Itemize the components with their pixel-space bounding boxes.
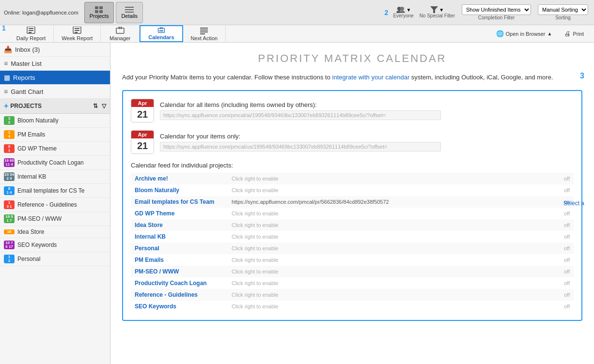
sidebar-project-item[interactable]: 13 1Reference - Guidelines (0, 198, 110, 212)
number1-annotation: 1 (2, 24, 6, 32)
project-badge: 01 (4, 144, 15, 153)
completion-filter-select[interactable]: Show Unfinished Items (462, 4, 531, 15)
next-action-label: Next Action (191, 35, 218, 41)
feed-table-row[interactable]: Productivity Coach LoganClick right to e… (131, 277, 574, 289)
cal-all-label: Calendar for all items (including items … (160, 101, 574, 108)
sidebar-item-reports[interactable]: ▦ Reports (0, 71, 110, 85)
filter-btn[interactable]: ▼ (430, 6, 444, 13)
feed-table-row[interactable]: PM EmailsClick right to enableoff (131, 254, 574, 266)
sidebar-project-item[interactable]: 32Bloom Naturally (0, 114, 110, 128)
sidebar-project-item[interactable]: 18 6011 4Productivity Coach Logan (0, 156, 110, 170)
people-filter-btn[interactable]: ▼ (396, 6, 411, 13)
svg-marker-11 (430, 6, 438, 13)
completion-filter-label: Completion Filter (478, 15, 515, 20)
sidebar-project-item[interactable]: 10 76 17SEO Keywords (0, 238, 110, 252)
svg-rect-29 (200, 28, 208, 29)
feed-table-row[interactable]: Bloom NaturallyClick right to enableoff (131, 184, 574, 196)
manager-icon (116, 27, 125, 34)
feed-project-url[interactable]: Click right to enable (228, 266, 554, 277)
svg-rect-24 (160, 27, 161, 29)
sort-projects-icon[interactable]: ⇅ (93, 103, 98, 109)
people-icon (396, 6, 406, 13)
feed-project-name: Reference - Guidelines (131, 289, 228, 301)
open-in-browser-button[interactable]: 🌐 Open in Browser ▲ (492, 28, 557, 39)
next-action-tab[interactable]: Next Action (183, 25, 226, 42)
sidebar-item-master-list[interactable]: ≡ Master List (0, 57, 110, 71)
cal-all-url[interactable]: https://sync.appfluence.com/pmcal/ai/199… (160, 110, 441, 120)
svg-rect-21 (119, 27, 120, 29)
sidebar-project-item[interactable]: 19 51 7PM-SEO / WWW (0, 212, 110, 226)
daily-report-label: Daily Report (16, 35, 46, 41)
feed-table-row[interactable]: Reference - GuidelinesClick right to ena… (131, 289, 574, 301)
globe-icon: 🌐 (496, 30, 504, 37)
reports-icon: ▦ (4, 74, 10, 81)
inbox-label: Inbox (3) (15, 46, 40, 53)
project-badge: 32 (4, 116, 15, 125)
details-button[interactable]: Details (116, 2, 143, 23)
add-project-button[interactable]: + (4, 102, 8, 110)
sidebar-project-item[interactable]: 12Personal (0, 252, 110, 266)
cal-mine-url[interactable]: https://sync.appfluence.com/pmcal/us/199… (160, 142, 441, 152)
feed-project-url[interactable]: Click right to enable (228, 173, 554, 184)
svg-rect-22 (121, 27, 122, 29)
feed-project-url[interactable]: Click right to enable (228, 254, 554, 266)
list-icon: ≡ (4, 60, 8, 67)
feed-project-url[interactable]: Click right to enable (228, 243, 554, 254)
sidebar-item-inbox[interactable]: 📥 Inbox (3) (0, 43, 110, 57)
feed-project-url[interactable]: Click right to enable (228, 219, 554, 231)
feed-table-row[interactable]: GD WP ThemeClick right to enableoff (131, 208, 574, 219)
master-list-label: Master List (11, 60, 42, 67)
feed-project-url[interactable]: Click right to enable (228, 277, 554, 289)
feed-project-url[interactable]: Click right to enable (228, 208, 554, 219)
daily-report-tab[interactable]: Daily Report (9, 25, 54, 42)
feed-project-name: Idea Store (131, 219, 228, 231)
filter-projects-icon[interactable]: ▽ (102, 103, 106, 109)
project-name: Reference - Guidelines (17, 201, 77, 208)
feed-project-status: off (554, 184, 574, 196)
feed-project-name: Personal (131, 243, 228, 254)
sidebar-project-item[interactable]: 23 342 4Internal KB (0, 170, 110, 184)
cal-mine-icon: Apr 21 (131, 130, 154, 154)
feed-table-row[interactable]: Internal KBClick right to enableoff (131, 231, 574, 243)
feed-project-status: off (554, 173, 574, 184)
cal-month-2: Apr (131, 131, 154, 138)
project-badge: 13 1 (4, 200, 15, 209)
feed-project-url[interactable]: Click right to enable (228, 231, 554, 243)
sidebar-item-gantt-chart[interactable]: ≡ Gantt Chart (0, 85, 110, 99)
desc-suffix: system, including Outlook, iCal, Google,… (411, 74, 553, 81)
feed-project-url[interactable]: Click right to enable (228, 289, 554, 301)
feed-project-status: off (554, 208, 574, 219)
feed-project-url[interactable]: Click right to enable (228, 301, 554, 312)
project-badge: 23 342 4 (4, 172, 15, 181)
feed-table-row[interactable]: PM-SEO / WWWClick right to enableoff (131, 266, 574, 277)
people-filter-group: ▼ Everyone (393, 6, 413, 18)
sidebar-project-item[interactable]: 81 4Email templates for CS Te (0, 184, 110, 198)
calendars-tab[interactable]: Calendars (140, 25, 183, 42)
svg-rect-25 (162, 27, 163, 29)
project-name: Bloom Naturally (17, 117, 59, 124)
week-report-tab[interactable]: Week Report (54, 25, 101, 42)
feed-project-url[interactable]: Click right to enable (228, 184, 554, 196)
project-name: PM-SEO / WWW (17, 215, 62, 222)
feed-project-url[interactable]: https://sync.appfluence.com/pmcal/pr/566… (228, 196, 554, 208)
manager-tab[interactable]: Manager (101, 25, 140, 42)
feed-table-row[interactable]: Email templates for CS Teamhttps://sync.… (131, 196, 574, 208)
feed-project-name: Archive me! (131, 173, 228, 184)
feed-table-row[interactable]: PersonalClick right to enableoff (131, 243, 574, 254)
integrate-link[interactable]: integrate with your calendar (332, 74, 410, 81)
cal-month-1: Apr (131, 99, 154, 107)
user-label: Online: logan@appfluence.com (4, 10, 78, 15)
secondary-toolbar: 1 Daily Report Week Report Manager (0, 25, 594, 43)
feed-table-row[interactable]: Archive me!Click right to enableoff (131, 173, 574, 184)
feed-table-row[interactable]: SEO KeywordsClick right to enableoff (131, 301, 574, 312)
sidebar-project-item[interactable]: 14PM Emails (0, 128, 110, 142)
sorting-select[interactable]: Manual Sorting (538, 4, 588, 15)
projects-button[interactable]: Projects (84, 2, 114, 23)
sidebar-project-item[interactable]: 18Idea Store (0, 226, 110, 238)
print-button[interactable]: 🖨 Print (560, 28, 588, 39)
sidebar-project-item[interactable]: 01GD WP Theme (0, 142, 110, 156)
select-a-label[interactable]: Select a (563, 200, 584, 207)
feed-table-row[interactable]: Idea StoreClick right to enableoff (131, 219, 574, 231)
project-list: 32Bloom Naturally14PM Emails01GD WP Them… (0, 114, 110, 266)
project-badge: 18 6011 4 (4, 158, 15, 167)
